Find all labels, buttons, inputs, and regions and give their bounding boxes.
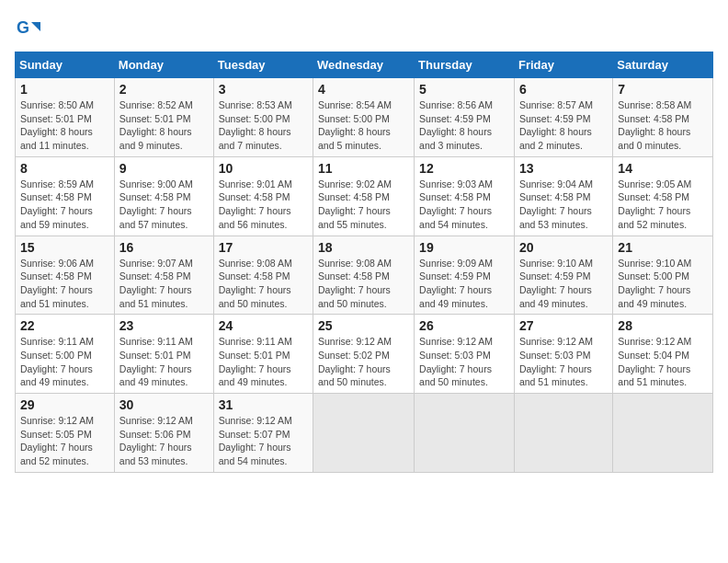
day-cell-12: 12 Sunrise: 9:03 AMSunset: 4:58 PMDaylig… bbox=[415, 156, 515, 236]
day-info: Sunrise: 8:54 AMSunset: 5:00 PMDaylight:… bbox=[318, 98, 409, 153]
day-number: 3 bbox=[219, 82, 308, 97]
day-cell-10: 10 Sunrise: 9:01 AMSunset: 4:58 PMDaylig… bbox=[213, 156, 313, 236]
day-cell-1: 1 Sunrise: 8:50 AMSunset: 5:01 PMDayligh… bbox=[16, 78, 115, 157]
day-number: 11 bbox=[318, 161, 409, 176]
svg-marker-1 bbox=[31, 22, 40, 31]
day-info: Sunrise: 8:57 AMSunset: 4:59 PMDaylight:… bbox=[519, 98, 608, 153]
day-number: 25 bbox=[318, 318, 409, 333]
day-info: Sunrise: 8:50 AMSunset: 5:01 PMDaylight:… bbox=[20, 98, 109, 153]
day-info: Sunrise: 9:10 AMSunset: 4:59 PMDaylight:… bbox=[519, 257, 608, 311]
day-number: 22 bbox=[20, 318, 109, 333]
day-number: 4 bbox=[318, 82, 409, 97]
day-info: Sunrise: 9:11 AMSunset: 5:00 PMDaylight:… bbox=[20, 335, 109, 389]
day-number: 31 bbox=[219, 397, 308, 412]
day-info: Sunrise: 9:09 AMSunset: 4:59 PMDaylight:… bbox=[419, 257, 509, 311]
day-header-sunday: Sunday bbox=[16, 52, 115, 78]
day-number: 2 bbox=[119, 82, 209, 97]
day-info: Sunrise: 9:01 AMSunset: 4:58 PMDaylight:… bbox=[219, 178, 308, 232]
day-cell-31: 31 Sunrise: 9:12 AMSunset: 5:07 PMDaylig… bbox=[213, 394, 313, 473]
week-row-3: 15 Sunrise: 9:06 AMSunset: 4:58 PMDaylig… bbox=[16, 236, 713, 315]
day-number: 26 bbox=[419, 318, 509, 333]
day-cell-25: 25 Sunrise: 9:12 AMSunset: 5:02 PMDaylig… bbox=[313, 315, 415, 394]
day-number: 10 bbox=[219, 161, 308, 176]
day-info: Sunrise: 9:12 AMSunset: 5:05 PMDaylight:… bbox=[20, 414, 109, 468]
day-cell-21: 21 Sunrise: 9:10 AMSunset: 5:00 PMDaylig… bbox=[613, 236, 713, 315]
empty-cell bbox=[514, 394, 612, 473]
day-cell-27: 27 Sunrise: 9:12 AMSunset: 5:03 PMDaylig… bbox=[514, 315, 612, 394]
svg-text:G: G bbox=[17, 18, 29, 37]
empty-cell bbox=[313, 394, 415, 473]
day-cell-8: 8 Sunrise: 8:59 AMSunset: 4:58 PMDayligh… bbox=[16, 156, 115, 236]
day-info: Sunrise: 9:11 AMSunset: 5:01 PMDaylight:… bbox=[219, 335, 308, 389]
page-header: G bbox=[15, 15, 713, 40]
day-number: 7 bbox=[618, 82, 708, 97]
day-number: 30 bbox=[119, 397, 209, 412]
day-cell-13: 13 Sunrise: 9:04 AMSunset: 4:58 PMDaylig… bbox=[514, 156, 612, 236]
day-cell-20: 20 Sunrise: 9:10 AMSunset: 4:59 PMDaylig… bbox=[514, 236, 612, 315]
day-cell-3: 3 Sunrise: 8:53 AMSunset: 5:00 PMDayligh… bbox=[213, 78, 313, 157]
day-header-friday: Friday bbox=[514, 52, 612, 78]
day-info: Sunrise: 9:03 AMSunset: 4:58 PMDaylight:… bbox=[419, 178, 509, 232]
day-info: Sunrise: 9:08 AMSunset: 4:58 PMDaylight:… bbox=[219, 257, 308, 311]
day-header-saturday: Saturday bbox=[613, 52, 713, 78]
day-info: Sunrise: 9:04 AMSunset: 4:58 PMDaylight:… bbox=[519, 178, 608, 232]
week-row-1: 1 Sunrise: 8:50 AMSunset: 5:01 PMDayligh… bbox=[16, 78, 713, 157]
day-info: Sunrise: 9:05 AMSunset: 4:58 PMDaylight:… bbox=[618, 178, 708, 232]
logo: G bbox=[15, 15, 44, 40]
empty-cell bbox=[415, 394, 515, 473]
day-cell-23: 23 Sunrise: 9:11 AMSunset: 5:01 PMDaylig… bbox=[114, 315, 213, 394]
day-cell-24: 24 Sunrise: 9:11 AMSunset: 5:01 PMDaylig… bbox=[213, 315, 313, 394]
day-number: 20 bbox=[519, 240, 608, 255]
week-row-5: 29 Sunrise: 9:12 AMSunset: 5:05 PMDaylig… bbox=[16, 394, 713, 473]
day-info: Sunrise: 9:12 AMSunset: 5:06 PMDaylight:… bbox=[119, 414, 209, 468]
day-number: 5 bbox=[419, 82, 509, 97]
day-number: 19 bbox=[419, 240, 509, 255]
day-cell-7: 7 Sunrise: 8:58 AMSunset: 4:58 PMDayligh… bbox=[613, 78, 713, 157]
day-cell-18: 18 Sunrise: 9:08 AMSunset: 4:58 PMDaylig… bbox=[313, 236, 415, 315]
day-cell-26: 26 Sunrise: 9:12 AMSunset: 5:03 PMDaylig… bbox=[415, 315, 515, 394]
day-cell-19: 19 Sunrise: 9:09 AMSunset: 4:59 PMDaylig… bbox=[415, 236, 515, 315]
day-info: Sunrise: 9:11 AMSunset: 5:01 PMDaylight:… bbox=[119, 335, 209, 389]
day-cell-30: 30 Sunrise: 9:12 AMSunset: 5:06 PMDaylig… bbox=[114, 394, 213, 473]
day-cell-17: 17 Sunrise: 9:08 AMSunset: 4:58 PMDaylig… bbox=[213, 236, 313, 315]
day-info: Sunrise: 9:12 AMSunset: 5:03 PMDaylight:… bbox=[519, 335, 608, 389]
day-number: 29 bbox=[20, 397, 109, 412]
day-header-monday: Monday bbox=[114, 52, 213, 78]
day-info: Sunrise: 9:12 AMSunset: 5:07 PMDaylight:… bbox=[219, 414, 308, 468]
day-info: Sunrise: 9:07 AMSunset: 4:58 PMDaylight:… bbox=[119, 257, 209, 311]
day-cell-28: 28 Sunrise: 9:12 AMSunset: 5:04 PMDaylig… bbox=[613, 315, 713, 394]
day-number: 16 bbox=[119, 240, 209, 255]
day-number: 21 bbox=[618, 240, 708, 255]
day-info: Sunrise: 8:56 AMSunset: 4:59 PMDaylight:… bbox=[419, 98, 509, 153]
day-info: Sunrise: 9:02 AMSunset: 4:58 PMDaylight:… bbox=[318, 178, 409, 232]
day-cell-2: 2 Sunrise: 8:52 AMSunset: 5:01 PMDayligh… bbox=[114, 78, 213, 157]
day-info: Sunrise: 9:12 AMSunset: 5:02 PMDaylight:… bbox=[318, 335, 409, 389]
day-number: 18 bbox=[318, 240, 409, 255]
day-number: 8 bbox=[20, 161, 109, 176]
day-info: Sunrise: 9:10 AMSunset: 5:00 PMDaylight:… bbox=[618, 257, 708, 311]
calendar-header: SundayMondayTuesdayWednesdayThursdayFrid… bbox=[16, 52, 713, 78]
day-number: 17 bbox=[219, 240, 308, 255]
day-number: 1 bbox=[20, 82, 109, 97]
day-number: 13 bbox=[519, 161, 608, 176]
day-info: Sunrise: 9:08 AMSunset: 4:58 PMDaylight:… bbox=[318, 257, 409, 311]
day-number: 28 bbox=[618, 318, 708, 333]
day-header-thursday: Thursday bbox=[415, 52, 515, 78]
day-number: 27 bbox=[519, 318, 608, 333]
day-number: 12 bbox=[419, 161, 509, 176]
day-cell-9: 9 Sunrise: 9:00 AMSunset: 4:58 PMDayligh… bbox=[114, 156, 213, 236]
day-cell-22: 22 Sunrise: 9:11 AMSunset: 5:00 PMDaylig… bbox=[16, 315, 115, 394]
calendar-table: SundayMondayTuesdayWednesdayThursdayFrid… bbox=[15, 52, 713, 473]
day-number: 23 bbox=[119, 318, 209, 333]
day-number: 14 bbox=[618, 161, 708, 176]
day-number: 9 bbox=[119, 161, 209, 176]
logo-icon: G bbox=[15, 15, 40, 40]
day-info: Sunrise: 9:00 AMSunset: 4:58 PMDaylight:… bbox=[119, 178, 209, 232]
day-info: Sunrise: 9:06 AMSunset: 4:58 PMDaylight:… bbox=[20, 257, 109, 311]
day-cell-14: 14 Sunrise: 9:05 AMSunset: 4:58 PMDaylig… bbox=[613, 156, 713, 236]
day-cell-6: 6 Sunrise: 8:57 AMSunset: 4:59 PMDayligh… bbox=[514, 78, 612, 157]
day-cell-11: 11 Sunrise: 9:02 AMSunset: 4:58 PMDaylig… bbox=[313, 156, 415, 236]
day-number: 6 bbox=[519, 82, 608, 97]
day-number: 24 bbox=[219, 318, 308, 333]
day-info: Sunrise: 8:59 AMSunset: 4:58 PMDaylight:… bbox=[20, 178, 109, 232]
